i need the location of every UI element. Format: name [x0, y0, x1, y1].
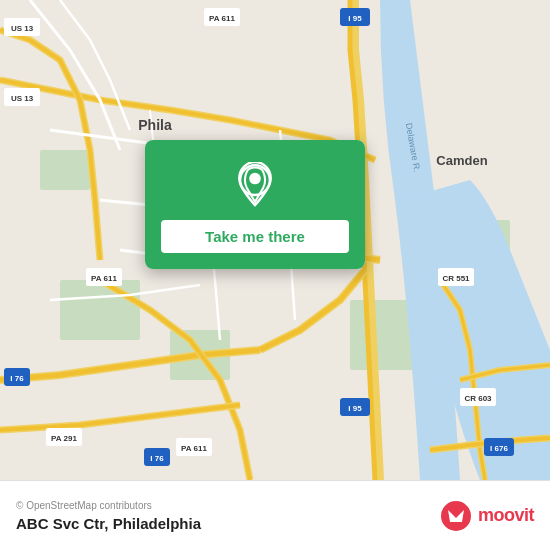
svg-text:I 76: I 76 — [10, 374, 24, 383]
svg-text:Camden: Camden — [436, 153, 487, 168]
bottom-bar: © OpenStreetMap contributors ABC Svc Ctr… — [0, 480, 550, 550]
svg-text:PA 611: PA 611 — [209, 14, 235, 23]
bottom-left: © OpenStreetMap contributors ABC Svc Ctr… — [16, 500, 201, 532]
svg-text:CR 551: CR 551 — [442, 274, 470, 283]
svg-text:PA 611: PA 611 — [181, 444, 207, 453]
svg-text:Phila: Phila — [138, 117, 172, 133]
moovit-icon — [440, 500, 472, 532]
svg-text:CR 603: CR 603 — [464, 394, 492, 403]
card-green-area: Take me there — [145, 140, 365, 269]
map-container: US 13 PA 611 I 95 I 95 I 95 PA 611 PA 61… — [0, 0, 550, 480]
svg-point-39 — [249, 173, 261, 185]
svg-text:I 95: I 95 — [348, 14, 362, 23]
location-card: Take me there — [145, 140, 365, 269]
svg-text:US 13: US 13 — [11, 94, 34, 103]
moovit-text: moovit — [478, 505, 534, 526]
svg-point-40 — [441, 501, 471, 531]
svg-text:PA 611: PA 611 — [91, 274, 117, 283]
svg-text:I 95: I 95 — [348, 404, 362, 413]
svg-rect-2 — [60, 280, 140, 340]
svg-text:US 13: US 13 — [11, 24, 34, 33]
take-me-there-button[interactable]: Take me there — [161, 220, 349, 253]
svg-text:PA 291: PA 291 — [51, 434, 77, 443]
location-name: ABC Svc Ctr, Philadelphia — [16, 515, 201, 532]
attribution-text: © OpenStreetMap contributors — [16, 500, 201, 511]
svg-text:I 676: I 676 — [490, 444, 508, 453]
location-pin-icon — [231, 162, 279, 210]
moovit-logo[interactable]: moovit — [440, 500, 534, 532]
svg-text:I 76: I 76 — [150, 454, 164, 463]
svg-rect-6 — [40, 150, 90, 190]
